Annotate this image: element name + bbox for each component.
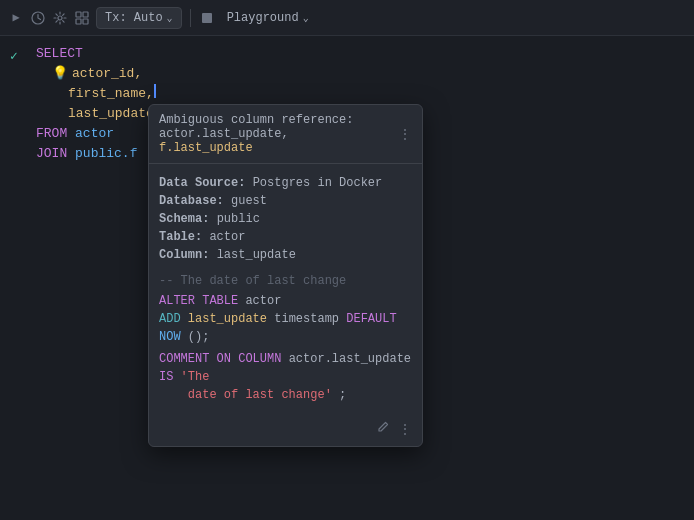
column-line: Column: last_update bbox=[159, 246, 412, 264]
tx-chevron-icon: ⌄ bbox=[167, 12, 173, 24]
alter-table-block: ALTER TABLE actor ADD last_update timest… bbox=[159, 292, 412, 346]
playground-button[interactable]: Playground ⌄ bbox=[221, 8, 315, 28]
svg-rect-2 bbox=[76, 12, 81, 17]
tooltip-popup: Ambiguous column reference: actor.last_u… bbox=[148, 104, 423, 447]
tooltip-title: Ambiguous column reference: actor.last_u… bbox=[159, 113, 398, 155]
tx-auto-button[interactable]: Tx: Auto ⌄ bbox=[96, 7, 182, 29]
line-actor-id: 💡actor_id, bbox=[28, 64, 694, 84]
playground-label: Playground bbox=[227, 11, 299, 25]
svg-rect-3 bbox=[83, 12, 88, 17]
playground-chevron-icon: ⌄ bbox=[303, 12, 309, 24]
tx-label: Tx: Auto bbox=[105, 11, 163, 25]
schema-line: Schema: public bbox=[159, 210, 412, 228]
code-area[interactable]: SELECT 💡actor_id, first_name, last_updat… bbox=[28, 36, 694, 520]
comment-line: -- The date of last change bbox=[159, 274, 412, 288]
svg-rect-6 bbox=[202, 13, 212, 23]
tooltip-menu-icon[interactable]: ⋮ bbox=[398, 126, 412, 143]
editor-gutter: ✓ bbox=[0, 36, 28, 520]
text-cursor bbox=[154, 84, 156, 98]
bulb-icon: 💡 bbox=[52, 64, 68, 84]
line-select: SELECT bbox=[28, 44, 694, 64]
tooltip-footer: ⋮ bbox=[149, 414, 422, 446]
svg-rect-4 bbox=[76, 19, 81, 24]
settings-icon[interactable] bbox=[52, 10, 68, 26]
grid-icon[interactable] bbox=[74, 10, 90, 26]
table-line: Table: actor bbox=[159, 228, 412, 246]
play-icon[interactable]: ▶ bbox=[8, 10, 24, 26]
toolbar: ▶ Tx: Auto ⌄ Playground ⌄ bbox=[0, 0, 694, 36]
comment-block: COMMENT ON COLUMN actor.last_update IS '… bbox=[159, 350, 412, 404]
datasource-line: Data Source: Postgres in Docker bbox=[159, 174, 412, 192]
more-options-icon[interactable]: ⋮ bbox=[398, 421, 412, 438]
editor-area: ✓ SELECT 💡actor_id, first_name, last_upd… bbox=[0, 36, 694, 520]
svg-rect-5 bbox=[83, 19, 88, 24]
edit-icon[interactable] bbox=[376, 420, 390, 438]
svg-point-1 bbox=[58, 16, 62, 20]
clock-icon[interactable] bbox=[30, 10, 46, 26]
tooltip-header: Ambiguous column reference: actor.last_u… bbox=[149, 105, 422, 164]
database-line: Database: guest bbox=[159, 192, 412, 210]
line-first-name: first_name, bbox=[28, 84, 694, 104]
square-icon[interactable] bbox=[199, 10, 215, 26]
tooltip-body: Data Source: Postgres in Docker Database… bbox=[149, 164, 422, 414]
check-icon: ✓ bbox=[10, 44, 18, 64]
toolbar-divider bbox=[190, 9, 191, 27]
